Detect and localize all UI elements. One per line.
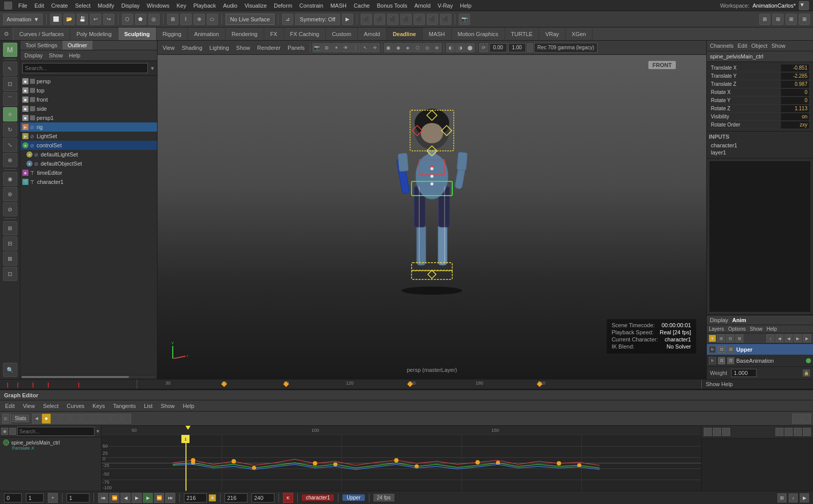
- character-indicator[interactable]: character1: [302, 494, 334, 501]
- layer-visibility-btn[interactable]: b: [709, 346, 716, 353]
- menu-create[interactable]: Create: [48, 2, 71, 10]
- vp-icon-shading-2[interactable]: ◉: [394, 43, 403, 52]
- menu-bonus[interactable]: Bonus Tools: [374, 2, 411, 10]
- outliner-item-persp[interactable]: ■ persp: [20, 77, 157, 86]
- menu-cache[interactable]: Cache: [351, 2, 373, 10]
- snap-curve-btn[interactable]: ⌇: [180, 14, 192, 25]
- outliner-item-controlset[interactable]: ● ⊘ controlSet: [20, 141, 157, 150]
- anim-btn-3[interactable]: ⊠: [735, 334, 743, 342]
- module-icon[interactable]: ⊙: [0, 27, 13, 41]
- shelf-rotate[interactable]: ↻: [3, 122, 17, 137]
- tab-poly-modeling[interactable]: Poly Modeling: [70, 27, 118, 40]
- render-btn-7[interactable]: ⬛: [440, 14, 451, 25]
- shelf-lasso[interactable]: ⌒: [3, 92, 17, 106]
- vp-menu-show[interactable]: Show: [233, 44, 254, 52]
- render-btn-2[interactable]: ⬛: [374, 14, 385, 25]
- step-back-btn[interactable]: ◀: [120, 493, 131, 503]
- outliner-item-front[interactable]: ■ front: [20, 95, 157, 104]
- search-dropdown-arrow[interactable]: ▼: [150, 66, 155, 71]
- vp-icon-grid[interactable]: ⊞: [322, 43, 331, 52]
- cb-menu-show[interactable]: Show: [771, 43, 786, 49]
- weight-lock-btn[interactable]: 🔒: [803, 369, 810, 376]
- menu-edit[interactable]: Edit: [32, 2, 47, 10]
- ge-rt-btn-6[interactable]: [794, 428, 802, 436]
- layout-btn-3[interactable]: ⊞: [786, 14, 797, 25]
- outliner-item-character1[interactable]: ⊤ ⊤ character1: [20, 177, 157, 186]
- inputs-item-character1[interactable]: character1: [709, 142, 811, 149]
- ge-translate-label[interactable]: Translate X: [3, 446, 98, 451]
- ge-btn-1[interactable]: ⊞: [2, 414, 9, 424]
- ge-tb-5[interactable]: [82, 414, 91, 424]
- go-end-btn[interactable]: ⏭: [165, 493, 175, 503]
- anim-btn-next[interactable]: ▶: [794, 334, 802, 342]
- ge-tb-7[interactable]: [101, 414, 110, 424]
- tab-fx-caching[interactable]: FX Caching: [284, 27, 326, 40]
- sym-btn[interactable]: ⊿: [282, 14, 293, 25]
- tab-animation[interactable]: Animation: [188, 27, 226, 40]
- gamma-input-2[interactable]: [508, 43, 526, 52]
- menu-visualize[interactable]: Visualize: [241, 2, 270, 10]
- shelf-select-tool[interactable]: ↖: [3, 61, 17, 76]
- layout-btn-4[interactable]: ⊞: [799, 14, 810, 25]
- render-btn-4[interactable]: ⬛: [400, 14, 412, 25]
- layer-indicator[interactable]: Upper: [342, 494, 364, 501]
- redo-btn[interactable]: ↪: [103, 14, 114, 25]
- vp-icon-render-3[interactable]: ⬤: [465, 43, 475, 52]
- gamma-input-1[interactable]: [489, 43, 507, 52]
- ge-menu-curves[interactable]: Curves: [64, 402, 87, 410]
- ge-curve-item-row[interactable]: spine_pelvisMain_ctrl: [3, 439, 98, 446]
- outliner-item-side[interactable]: ■ side: [20, 104, 157, 113]
- snap-surface-btn[interactable]: ⬭: [207, 14, 218, 25]
- shelf-search[interactable]: 🔍: [3, 363, 17, 377]
- menu-constrain[interactable]: Constrain: [296, 2, 326, 10]
- vp-icon-shading-6[interactable]: ⊕: [432, 43, 442, 52]
- weight-input[interactable]: [731, 369, 757, 377]
- tab-custom[interactable]: Custom: [326, 27, 358, 40]
- tab-xgen[interactable]: XGen: [566, 27, 592, 40]
- outliner-item-rig[interactable]: ▶ ⊘ rig: [20, 122, 157, 132]
- ge-tb-1[interactable]: ◀: [32, 414, 41, 424]
- ge-icon-btn-2[interactable]: [9, 428, 16, 435]
- outliner-item-top[interactable]: ■ top: [20, 86, 157, 95]
- prev-key-btn[interactable]: ⏪: [109, 493, 119, 503]
- vp-icon-shading-5[interactable]: ◎: [423, 43, 432, 52]
- end-frame-input[interactable]: [184, 493, 207, 502]
- vp-icon-render-1[interactable]: ◐: [446, 43, 455, 52]
- next-key-btn[interactable]: ⏩: [154, 493, 164, 503]
- channel-rotate-z[interactable]: Rotate Z 1.113: [709, 105, 811, 113]
- render-btn-3[interactable]: ⬛: [387, 14, 398, 25]
- channel-value-tx[interactable]: -0.851: [781, 65, 809, 72]
- undo-btn[interactable]: ↩: [90, 14, 101, 25]
- ge-menu-keys[interactable]: Keys: [89, 402, 108, 410]
- frame-start-input[interactable]: [4, 493, 22, 502]
- menu-select[interactable]: Select: [72, 2, 94, 10]
- layer-lock-btn-base[interactable]: ⊡: [718, 357, 725, 364]
- anim-layer-key-btn[interactable]: ▼: [709, 335, 716, 342]
- layout-btn-1[interactable]: ⊞: [759, 14, 770, 25]
- ge-tb-4[interactable]: [72, 414, 81, 424]
- vp-icon-camera[interactable]: 📷: [312, 43, 322, 52]
- outliner-item-persp1[interactable]: ■ persp1: [20, 113, 157, 122]
- frame-1-input[interactable]: [26, 493, 44, 502]
- render-btn-6[interactable]: ⬛: [427, 14, 438, 25]
- new-file-btn[interactable]: ⬜: [50, 14, 61, 25]
- shelf-soft-mod[interactable]: ◉: [3, 172, 17, 186]
- viewport-3d[interactable]: FRONT: [158, 55, 706, 379]
- anim-btn-2[interactable]: ⊟: [726, 334, 734, 342]
- tab-vray[interactable]: VRay: [539, 27, 566, 40]
- anim-btn-1[interactable]: ⊞: [717, 334, 725, 342]
- layout-btn-2[interactable]: ⊞: [772, 14, 784, 25]
- outliner-item-lightset[interactable]: ▶ ⊘ LightSet: [20, 132, 157, 141]
- outliner-menu-help[interactable]: Help: [69, 52, 81, 58]
- menu-modify[interactable]: Modify: [95, 2, 117, 10]
- render-btn-1[interactable]: ⬛: [361, 14, 372, 25]
- cb-menu-edit[interactable]: Edit: [737, 43, 747, 49]
- vp-icon-fx[interactable]: ⋮: [351, 43, 360, 52]
- step-fwd-btn[interactable]: ▶: [132, 493, 142, 503]
- camera-btn[interactable]: 📷: [459, 14, 470, 25]
- select-btn[interactable]: ⬡: [122, 14, 133, 25]
- tool-settings-tab[interactable]: Tool Settings: [20, 41, 62, 50]
- lasso-btn[interactable]: ⬟: [135, 14, 146, 25]
- vp-icon-show[interactable]: 👁: [341, 43, 351, 52]
- menu-audio[interactable]: Audio: [220, 2, 240, 10]
